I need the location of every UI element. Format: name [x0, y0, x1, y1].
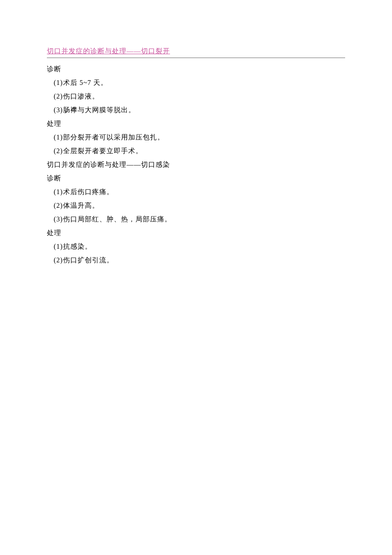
list-item: (2)伤口渗液。 [47, 90, 345, 103]
list-item: (2)伤口扩创引流。 [47, 253, 345, 267]
list-item: (1)术后伤口疼痛。 [47, 185, 345, 199]
title-divider [47, 58, 345, 58]
list-item: (3)肠襻与大网膜等脱出。 [47, 103, 345, 117]
section-subhead: 切口并发症的诊断与处理——切口感染 [47, 158, 345, 171]
list-item: (1)术后 5~7 天。 [47, 76, 345, 90]
list-item: (2)体温升高。 [47, 199, 345, 212]
section-label-treatment-2: 处理 [47, 226, 345, 240]
list-item: (1)部分裂开者可以采用加压包扎。 [47, 131, 345, 144]
section-label-diagnosis-2: 诊断 [47, 171, 345, 185]
document-title: 切口并发症的诊断与处理——切口裂开 [47, 47, 345, 56]
document-content: 诊断 (1)术后 5~7 天。 (2)伤口渗液。 (3)肠襻与大网膜等脱出。 处… [47, 62, 345, 267]
section-label-diagnosis-1: 诊断 [47, 62, 345, 76]
list-item: (1)抗感染。 [47, 240, 345, 253]
list-item: (3)伤口局部红、肿、热，局部压痛。 [47, 212, 345, 226]
section-label-treatment-1: 处理 [47, 117, 345, 131]
list-item: (2)全层裂开者要立即手术。 [47, 144, 345, 158]
